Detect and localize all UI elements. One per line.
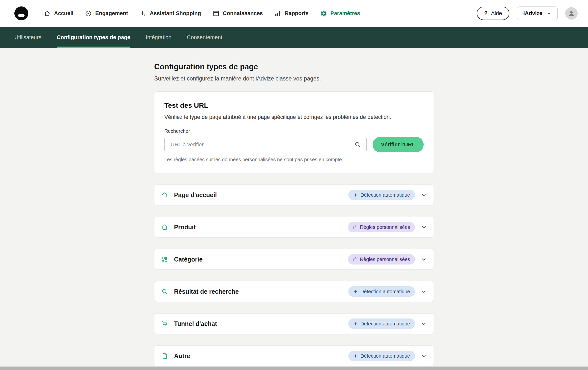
help-label: Aide (491, 10, 502, 17)
main-content: Configuration types de page Surveillez e… (0, 48, 588, 370)
url-input[interactable] (164, 137, 367, 152)
shopping-bag-icon (161, 224, 168, 231)
chevron-down-icon[interactable] (420, 256, 427, 263)
status-badge: Détection automatique (348, 286, 415, 297)
tab-integration[interactable]: Intégration (146, 27, 172, 48)
topnav-right-actions: ? Aide iAdvize (477, 6, 578, 20)
user-avatar[interactable] (565, 7, 578, 20)
page-type-row-accueil[interactable]: Page d'accueil Détection automatique (154, 185, 434, 205)
nav-label: Engagement (95, 10, 128, 17)
home-icon (44, 10, 51, 17)
page-title: Configuration types de page (154, 62, 434, 71)
chevron-down-icon (546, 11, 551, 16)
home-icon (161, 191, 168, 198)
chevron-down-icon[interactable] (420, 353, 427, 359)
status-badge: Détection automatique (348, 351, 415, 361)
page-type-label: Autre (174, 352, 190, 360)
status-badge: Règles personnalisées (348, 222, 415, 232)
page-type-row-autre[interactable]: Autre Détection automatique (154, 345, 434, 366)
nav-item-engagement[interactable]: Engagement (85, 10, 128, 17)
nav-label: Assistant Shopping (150, 10, 201, 17)
page-type-label: Tunnel d'achat (174, 320, 217, 327)
url-test-helper-text: Les règles basées sur les données person… (164, 157, 424, 162)
bar-chart-icon (274, 10, 281, 17)
nav-item-parametres[interactable]: Paramètres (320, 10, 360, 17)
target-icon (85, 10, 92, 17)
page-type-list: Page d'accueil Détection automatique Pro… (154, 185, 434, 366)
nav-label: Rapports (285, 10, 309, 17)
url-test-title: Test des URL (164, 102, 424, 109)
search-field-label: Rechercher (164, 128, 424, 134)
nav-item-assistant-shopping[interactable]: Assistant Shopping (139, 10, 201, 17)
question-mark-icon: ? (484, 10, 488, 17)
badge-label: Détection automatique (360, 321, 410, 327)
tab-label: Configuration types de page (57, 34, 130, 41)
page-type-row-produit[interactable]: Produit Règles personnalisées (154, 217, 434, 238)
page-type-label: Catégorie (174, 256, 203, 263)
page-type-label: Résultat de recherche (174, 288, 239, 295)
tab-consentement[interactable]: Consentement (187, 27, 222, 48)
tab-configuration-types-de-page[interactable]: Configuration types de page (57, 27, 130, 48)
tab-label: Intégration (146, 34, 172, 41)
iadvize-logo[interactable] (14, 6, 28, 20)
document-icon (161, 352, 168, 359)
url-input-wrapper (164, 137, 367, 152)
top-navigation: Accueil Engagement Assistant Shopping Co… (0, 0, 588, 27)
page-type-label: Produit (174, 224, 196, 231)
badge-label: Règles personnalisées (360, 224, 410, 230)
nav-label: Paramètres (330, 10, 360, 17)
nav-item-connaissances[interactable]: Connaissances (212, 10, 263, 17)
settings-tab-bar: Utilisateurs Configuration types de page… (0, 27, 588, 48)
sparkle-icon (353, 193, 358, 197)
search-icon (161, 288, 168, 295)
search-icon (354, 141, 361, 148)
gear-icon (320, 10, 327, 17)
book-icon (212, 10, 220, 17)
account-label: iAdvize (523, 10, 542, 17)
verify-url-button[interactable]: Vérifier l'URL (373, 137, 424, 152)
nav-item-accueil[interactable]: Accueil (44, 10, 73, 17)
main-menu: Accueil Engagement Assistant Shopping Co… (44, 10, 360, 17)
tab-label: Consentement (187, 34, 222, 41)
chevron-down-icon[interactable] (420, 288, 427, 295)
nav-label: Connaissances (223, 10, 263, 17)
badge-label: Détection automatique (360, 192, 410, 198)
page-type-row-categorie[interactable]: Catégorie Règles personnalisées (154, 249, 434, 270)
tab-label: Utilisateurs (14, 34, 41, 41)
chevron-down-icon[interactable] (420, 320, 427, 327)
account-dropdown[interactable]: iAdvize (517, 6, 558, 20)
status-badge: Détection automatique (348, 318, 415, 329)
chevron-down-icon[interactable] (420, 224, 427, 231)
url-test-card: Test des URL Vérifiez le type de page at… (154, 91, 434, 173)
page-type-row-tunnel-dachat[interactable]: Tunnel d'achat Détection automatique (154, 313, 434, 334)
person-icon (568, 10, 575, 17)
url-test-description: Vérifiez le type de page attribué à une … (164, 114, 424, 120)
badge-label: Règles personnalisées (360, 257, 410, 262)
chevron-down-icon[interactable] (420, 192, 427, 198)
cart-icon (161, 320, 168, 327)
badge-label: Détection automatique (360, 353, 410, 359)
custom-rules-icon (353, 257, 357, 262)
help-button[interactable]: ? Aide (477, 7, 509, 20)
sparkle-icon (353, 289, 358, 294)
sparkle-icon (353, 321, 358, 326)
status-badge: Détection automatique (348, 190, 415, 200)
sparkle-icon (139, 10, 147, 17)
nav-item-rapports[interactable]: Rapports (274, 10, 309, 17)
badge-label: Détection automatique (360, 289, 410, 294)
sparkle-icon (353, 354, 358, 358)
status-badge: Règles personnalisées (348, 254, 415, 264)
tab-utilisateurs[interactable]: Utilisateurs (14, 27, 41, 48)
page-type-row-resultat-de-recherche[interactable]: Résultat de recherche Détection automati… (154, 281, 434, 302)
grid-icon (161, 256, 168, 263)
page-subtitle: Surveillez et configurez la manière dont… (154, 75, 434, 82)
window-bottom-edge (0, 367, 588, 370)
page-type-label: Page d'accueil (174, 191, 217, 199)
nav-label: Accueil (54, 10, 73, 17)
custom-rules-icon (353, 225, 357, 230)
